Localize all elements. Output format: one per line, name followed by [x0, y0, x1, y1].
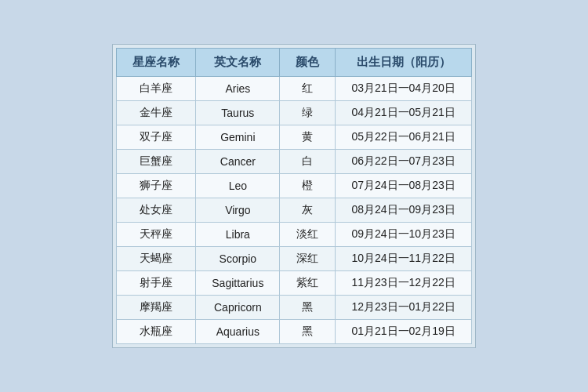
cell-english: Aries	[196, 77, 280, 101]
table-row: 狮子座Leo橙07月24日一08月23日	[117, 174, 471, 198]
cell-color: 淡红	[280, 223, 336, 247]
table-row: 双子座Gemini黄05月22日一06月21日	[117, 125, 471, 150]
cell-dates: 08月24日一09月23日	[336, 198, 471, 223]
cell-english: Leo	[196, 174, 280, 198]
table-header-row: 星座名称 英文名称 颜色 出生日期（阳历）	[117, 49, 471, 77]
cell-chinese: 水瓶座	[117, 320, 196, 344]
table-row: 射手座Sagittarius紫红11月23日一12月22日	[117, 271, 471, 296]
zodiac-table-container: 星座名称 英文名称 颜色 出生日期（阳历） 白羊座Aries红03月21日一04…	[112, 44, 475, 348]
zodiac-table: 星座名称 英文名称 颜色 出生日期（阳历） 白羊座Aries红03月21日一04…	[116, 48, 471, 344]
cell-color: 白	[280, 150, 336, 174]
table-row: 金牛座Taurus绿04月21日一05月21日	[117, 101, 471, 125]
cell-dates: 04月21日一05月21日	[336, 101, 471, 125]
col-header-english: 英文名称	[196, 49, 280, 77]
cell-english: Aquarius	[196, 320, 280, 344]
cell-english: Libra	[196, 223, 280, 247]
col-header-chinese: 星座名称	[117, 49, 196, 77]
cell-english: Taurus	[196, 101, 280, 125]
cell-color: 紫红	[280, 271, 336, 296]
cell-chinese: 白羊座	[117, 77, 196, 101]
cell-dates: 06月22日一07月23日	[336, 150, 471, 174]
cell-dates: 03月21日一04月20日	[336, 77, 471, 101]
cell-color: 红	[280, 77, 336, 101]
cell-color: 橙	[280, 174, 336, 198]
table-row: 天蝎座Scorpio深红10月24日一11月22日	[117, 247, 471, 271]
cell-dates: 12月23日一01月22日	[336, 296, 471, 320]
cell-chinese: 天蝎座	[117, 247, 196, 271]
cell-dates: 01月21日一02月19日	[336, 320, 471, 344]
cell-chinese: 金牛座	[117, 101, 196, 125]
cell-color: 黑	[280, 296, 336, 320]
col-header-dates: 出生日期（阳历）	[336, 49, 471, 77]
cell-chinese: 双子座	[117, 125, 196, 150]
cell-english: Gemini	[196, 125, 280, 150]
cell-color: 深红	[280, 247, 336, 271]
cell-chinese: 狮子座	[117, 174, 196, 198]
cell-color: 灰	[280, 198, 336, 223]
table-row: 处女座Virgo灰08月24日一09月23日	[117, 198, 471, 223]
cell-dates: 07月24日一08月23日	[336, 174, 471, 198]
cell-english: Sagittarius	[196, 271, 280, 296]
cell-english: Scorpio	[196, 247, 280, 271]
cell-dates: 10月24日一11月22日	[336, 247, 471, 271]
col-header-color: 颜色	[280, 49, 336, 77]
table-row: 巨蟹座Cancer白06月22日一07月23日	[117, 150, 471, 174]
table-row: 摩羯座Capricorn黑12月23日一01月22日	[117, 296, 471, 320]
cell-english: Virgo	[196, 198, 280, 223]
cell-dates: 09月24日一10月23日	[336, 223, 471, 247]
cell-english: Cancer	[196, 150, 280, 174]
table-row: 白羊座Aries红03月21日一04月20日	[117, 77, 471, 101]
table-body: 白羊座Aries红03月21日一04月20日金牛座Taurus绿04月21日一0…	[117, 77, 471, 344]
cell-chinese: 巨蟹座	[117, 150, 196, 174]
cell-chinese: 天秤座	[117, 223, 196, 247]
table-row: 水瓶座Aquarius黑01月21日一02月19日	[117, 320, 471, 344]
cell-color: 黑	[280, 320, 336, 344]
cell-chinese: 射手座	[117, 271, 196, 296]
cell-dates: 11月23日一12月22日	[336, 271, 471, 296]
cell-dates: 05月22日一06月21日	[336, 125, 471, 150]
cell-color: 绿	[280, 101, 336, 125]
cell-chinese: 摩羯座	[117, 296, 196, 320]
cell-english: Capricorn	[196, 296, 280, 320]
cell-chinese: 处女座	[117, 198, 196, 223]
cell-color: 黄	[280, 125, 336, 150]
table-row: 天秤座Libra淡红09月24日一10月23日	[117, 223, 471, 247]
